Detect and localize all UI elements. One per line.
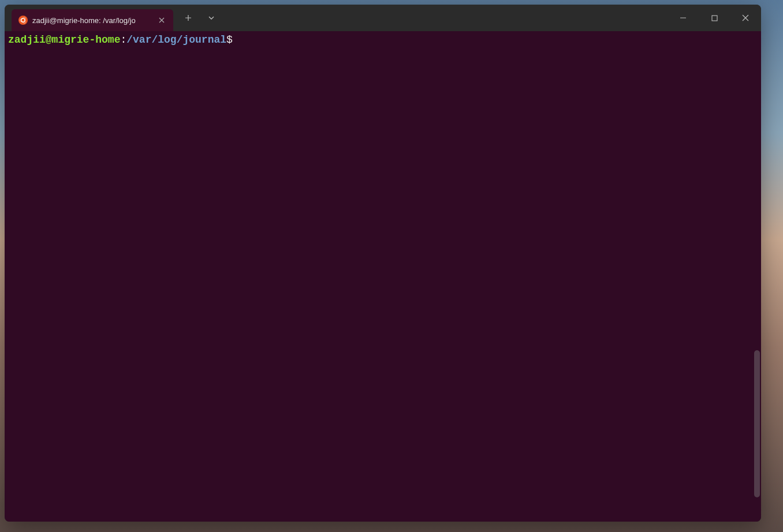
tab-action-buttons [178, 9, 222, 27]
terminal-window: zadjii@migrie-home: /var/log/jo [5, 5, 761, 522]
prompt-line: zadjii@migrie-home:/var/log/journal$ [8, 33, 758, 47]
close-window-button[interactable] [730, 6, 761, 29]
prompt-user-host: zadjii@migrie-home [8, 33, 120, 47]
ubuntu-icon [18, 16, 28, 25]
prompt-path: /var/log/journal [126, 33, 226, 47]
tab-title: zadjii@migrie-home: /var/log/jo [32, 16, 152, 25]
new-tab-button[interactable] [178, 9, 199, 27]
terminal-content[interactable]: zadjii@migrie-home:/var/log/journal$ [5, 31, 761, 522]
svg-rect-5 [20, 20, 21, 21]
scrollbar-track[interactable] [753, 31, 761, 522]
window-controls [668, 5, 761, 31]
tab-close-button[interactable] [157, 16, 166, 25]
svg-rect-8 [712, 16, 717, 21]
scrollbar-thumb[interactable] [754, 350, 760, 497]
prompt-symbol: $ [226, 33, 233, 47]
tab-dropdown-button[interactable] [201, 9, 222, 27]
minimize-button[interactable] [668, 6, 699, 29]
prompt-separator: : [120, 33, 126, 47]
maximize-button[interactable] [699, 6, 730, 29]
tab-active[interactable]: zadjii@migrie-home: /var/log/jo [12, 9, 173, 31]
titlebar[interactable]: zadjii@migrie-home: /var/log/jo [5, 5, 761, 31]
